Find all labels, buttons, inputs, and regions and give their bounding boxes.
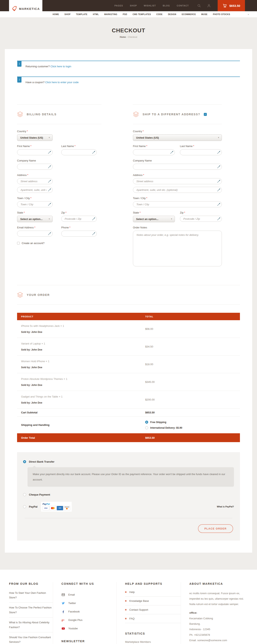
subnav-html[interactable]: HTML xyxy=(93,13,99,16)
breadcrumb: Home › Checkout xyxy=(0,36,257,38)
logo[interactable]: MARKETICA xyxy=(9,0,42,17)
order-row: Variant of Laptop × 1 Sold by: John Doe … xyxy=(17,338,240,356)
shipping-address1-input[interactable] xyxy=(133,178,222,184)
billing-last-name-input[interactable] xyxy=(61,149,97,155)
product-name: Variant of Laptop × 1 xyxy=(21,342,145,345)
pen-icon xyxy=(48,151,51,154)
radio-selected-icon[interactable] xyxy=(145,421,148,424)
free-shipping-option[interactable]: Free Shipping xyxy=(145,421,240,424)
email-link[interactable]: Email xyxy=(62,590,116,599)
billing-email-input[interactable] xyxy=(17,230,52,237)
international-delivery-option[interactable]: International Delivery: $5.90 xyxy=(145,426,240,429)
contact-support-link[interactable]: Contact Support xyxy=(125,606,181,614)
billing-address1-input[interactable] xyxy=(17,178,52,184)
top-nav-pages[interactable]: PAGES xyxy=(114,4,123,7)
create-account-label: Create an account? xyxy=(22,242,44,245)
info-icon: i xyxy=(17,77,22,82)
cheque-payment-label: Cheque Payment xyxy=(29,493,50,496)
facebook-link[interactable]: Facebook xyxy=(62,608,116,616)
checkbox-unchecked-icon[interactable] xyxy=(17,242,20,244)
subnav-more-icon[interactable]: » xyxy=(248,13,249,16)
knowledge-base-link[interactable]: Knowladge Base xyxy=(125,596,181,606)
billing-state-select[interactable]: Select an option...▼ xyxy=(17,216,52,222)
top-nav-blog[interactable]: BLOG xyxy=(163,4,170,7)
coupon-link[interactable]: Click here to enter your code xyxy=(45,81,78,84)
shipping-last-name-input[interactable] xyxy=(180,149,222,155)
top-nav: PAGES SHOP WISHLIST BLOG CONTACT xyxy=(114,4,189,7)
shipping-address2-input[interactable] xyxy=(133,187,222,193)
billing-town-input[interactable] xyxy=(17,201,52,207)
footer-blog-column: FROM OUR BLOG How To Start Your Own Fash… xyxy=(9,582,53,644)
user-account-icon[interactable] xyxy=(207,4,211,8)
subnav-template[interactable]: TEMPLATE xyxy=(76,13,87,16)
billing-phone-input[interactable] xyxy=(61,230,97,237)
login-link[interactable]: Click here to login xyxy=(50,65,71,68)
radio-unselected-icon[interactable] xyxy=(23,493,26,496)
subnav-cms-templates[interactable]: CMS TEMPLATES xyxy=(132,13,151,16)
subnav-marketing[interactable]: MARKETING xyxy=(104,13,117,16)
ship-different-address-checkbox[interactable] xyxy=(204,113,207,116)
subnav-design[interactable]: DESIGN xyxy=(168,13,176,16)
shipping-town-input[interactable] xyxy=(133,201,222,207)
breadcrumb-home[interactable]: Home xyxy=(120,36,126,38)
order-notes-textarea[interactable] xyxy=(133,230,222,266)
billing-zip-input[interactable] xyxy=(61,216,97,222)
shipping-company-input[interactable] xyxy=(133,164,222,170)
connect-heading: CONNECT WITH US xyxy=(62,582,116,585)
search-icon[interactable] xyxy=(197,4,201,8)
radio-unselected-icon[interactable] xyxy=(145,426,148,429)
subnav-shop[interactable]: SHOP xyxy=(64,13,70,16)
help-link[interactable]: Help xyxy=(125,590,181,596)
product-total: $18.00 xyxy=(145,363,240,366)
billing-company-input[interactable] xyxy=(17,164,52,170)
bank-transfer-option[interactable]: Direct Bank Transfer xyxy=(23,460,234,463)
subnav-code[interactable]: CODE xyxy=(156,13,163,16)
subnav-ecommerce[interactable]: ECOMMERCE xyxy=(182,13,196,16)
blog-post-link[interactable]: Should You Use Fashion Consultant Servic… xyxy=(9,632,53,644)
subnav-photo-stocks[interactable]: PHOTO STOCKS xyxy=(213,13,230,16)
product-name: Women Hold iPhone × 1 xyxy=(21,360,145,363)
faq-link[interactable]: FAQ xyxy=(125,614,181,623)
billing-country-select[interactable]: United States (US)▼ xyxy=(17,134,52,141)
what-is-paypal-link[interactable]: What is PayPal? xyxy=(217,506,234,508)
free-shipping-label: Free Shipping xyxy=(150,421,166,424)
place-order-button[interactable]: PLACE ORDER xyxy=(198,524,233,533)
paypal-option[interactable]: PayPal xyxy=(23,505,38,508)
create-account-checkbox-row[interactable]: Create an account? xyxy=(17,242,102,245)
top-nav-shop[interactable]: SHOP xyxy=(130,4,137,7)
google-plus-link[interactable]: g+ Google Plus xyxy=(62,616,116,624)
subnav-muse[interactable]: MUSE xyxy=(202,13,208,16)
pen-icon xyxy=(217,188,220,192)
radio-selected-icon[interactable] xyxy=(23,460,26,463)
statistics-heading: STATISTICS xyxy=(125,632,181,635)
about-text: ec mollis lorem consequat. Fusce ipsum e… xyxy=(189,590,248,607)
bullet-icon xyxy=(125,609,126,610)
twitter-link[interactable]: Twitter xyxy=(62,599,116,608)
billing-zip-field: Zip* xyxy=(61,211,97,222)
blog-post-link[interactable]: How To Start Your Own Fashion Store? xyxy=(9,590,53,603)
radio-unselected-icon[interactable] xyxy=(23,505,26,508)
billing-phone-field: Phone* xyxy=(61,226,97,237)
product-seller: Sold by: John Doe xyxy=(21,384,145,386)
blog-post-link[interactable]: How To Choose The Perfect Fashion Store? xyxy=(9,602,53,618)
blog-post-link[interactable]: What is So Alluring About Celebrity Fash… xyxy=(9,618,53,632)
subnav-home[interactable]: HOME xyxy=(52,13,59,16)
billing-email-field: Email Address* xyxy=(17,226,52,237)
top-nav-contact[interactable]: CONTACT xyxy=(177,4,189,7)
international-delivery-label: International Delivery: $5.90 xyxy=(150,426,182,429)
pen-icon xyxy=(48,180,51,183)
billing-first-name-field: First Name* xyxy=(17,145,52,155)
shipping-country-select[interactable]: United States (US)▼ xyxy=(133,134,222,141)
shipping-state-select[interactable]: Select an option...▼ xyxy=(133,216,175,222)
cart-button[interactable]: $653.50 xyxy=(218,0,245,11)
top-nav-wishlist[interactable]: WISHLIST xyxy=(144,4,156,7)
billing-address2-input[interactable] xyxy=(17,187,52,193)
shipping-zip-input[interactable] xyxy=(180,216,222,222)
billing-first-name-input[interactable] xyxy=(17,149,52,155)
subnav-psd[interactable]: PSD xyxy=(123,13,127,16)
shipping-first-name-input[interactable] xyxy=(133,149,175,155)
youtube-link[interactable]: Youtube xyxy=(62,624,116,633)
pen-icon xyxy=(48,188,51,192)
email-line: Email. someone@someone.com xyxy=(189,638,248,643)
cheque-payment-option[interactable]: Cheque Payment xyxy=(23,493,234,496)
